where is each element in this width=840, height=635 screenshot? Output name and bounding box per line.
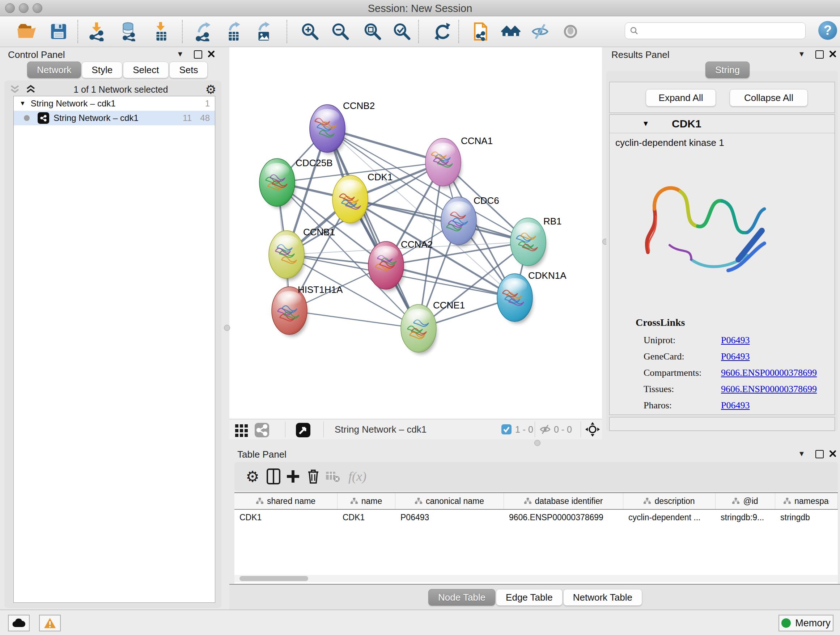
network-canvas[interactable]: CCNB2CCNA1CDC25BCDK1CDC6RB1CCNB1CCNA2CDK… <box>229 47 602 419</box>
column-header-canonical-name[interactable]: canonical name <box>395 493 504 509</box>
column-header--id[interactable]: @id <box>715 493 775 509</box>
tab-node-table[interactable]: Node Table <box>428 589 495 606</box>
network-node-cdk1[interactable]: CDK1 <box>332 172 393 225</box>
network-collection-row[interactable]: ▼ String Network – cdk1 1 <box>14 96 215 111</box>
left-splitter-handle[interactable] <box>224 325 230 331</box>
network-node-cdc25b[interactable]: CDC25B <box>259 157 333 209</box>
warning-status-button[interactable] <box>39 615 61 631</box>
bottom-splitter-handle[interactable] <box>534 440 540 446</box>
network-node-ccna2[interactable]: CCNA2 <box>368 239 433 291</box>
show-all-button[interactable] <box>560 21 581 42</box>
crosslink-link[interactable]: 9606.ENSP00000378699 <box>721 367 817 378</box>
delete-table-button[interactable] <box>324 467 342 486</box>
cloud-status-button[interactable] <box>8 615 30 631</box>
column-header-database-identifier[interactable]: database identifier <box>504 493 623 509</box>
crosslink-link[interactable]: 9606.ENSP00000378699 <box>721 384 817 394</box>
search-input[interactable] <box>639 25 796 36</box>
collapse-all-button[interactable]: Collapse All <box>729 89 808 106</box>
import-network-from-file-button[interactable] <box>87 21 108 42</box>
network-share-button[interactable] <box>253 421 271 440</box>
network-node-rb1[interactable]: RB1 <box>510 216 562 268</box>
network-edge[interactable] <box>289 310 418 328</box>
zoom-fit-button[interactable] <box>362 21 383 42</box>
expand-all-icon[interactable] <box>25 84 36 95</box>
expand-all-button[interactable]: Expand All <box>646 89 716 106</box>
control-panel-close-button[interactable] <box>207 50 215 58</box>
table-cell[interactable]: CDK1 <box>234 510 338 525</box>
open-session-button[interactable] <box>16 21 36 42</box>
network-node-hist1h1a[interactable]: HIST1H1A <box>272 284 343 337</box>
export-image-button[interactable] <box>253 21 274 42</box>
network-edge[interactable] <box>327 128 418 328</box>
selected-checkbox-icon[interactable] <box>501 424 512 435</box>
hide-selected-button[interactable] <box>530 21 551 42</box>
table-panel-close-button[interactable] <box>829 450 837 458</box>
tab-network-table[interactable]: Network Table <box>563 589 642 606</box>
table-cell[interactable]: CDK1 <box>338 510 395 525</box>
table-tabs: Node TableEdge TableNetwork Table <box>428 589 643 606</box>
show-columns-button[interactable] <box>264 467 283 486</box>
tab-select[interactable]: Select <box>123 62 169 78</box>
crosslink-link[interactable]: P06493 <box>721 351 750 362</box>
netbar-separator <box>581 421 581 437</box>
network-node-ccnb2[interactable]: CCNB2 <box>309 100 375 155</box>
network-node-ccne1[interactable]: CCNE1 <box>401 300 465 355</box>
results-panel-close-button[interactable] <box>829 50 837 58</box>
table-cell[interactable]: 9606.ENSP00000378699 <box>504 510 623 525</box>
export-table-button[interactable] <box>224 21 245 42</box>
gene-collapse-icon[interactable]: ▼ <box>642 119 649 128</box>
birdseye-view-button[interactable] <box>294 421 313 440</box>
gene-section-header[interactable]: ▼ CDK1 <box>609 115 835 133</box>
function-builder-button[interactable]: f(x) <box>343 467 372 486</box>
column-header-shared-name[interactable]: shared name <box>234 493 338 509</box>
network-node-ccna1[interactable]: CCNA1 <box>425 135 493 188</box>
table-cell[interactable]: stringdb:9... <box>715 510 775 525</box>
save-session-button[interactable] <box>48 21 69 42</box>
tab-network[interactable]: Network <box>27 62 81 78</box>
control-panel-undock-button[interactable] <box>194 50 202 59</box>
crosslink-link[interactable]: P06493 <box>721 400 750 411</box>
zoom-in-button[interactable] <box>300 21 321 42</box>
column-header-name[interactable]: name <box>338 493 395 509</box>
tab-style[interactable]: Style <box>82 62 122 78</box>
import-table-from-file-button[interactable] <box>150 21 172 42</box>
thumbnail-grid-button[interactable] <box>232 421 251 440</box>
tab-sets[interactable]: Sets <box>169 62 208 78</box>
network-options-gear-icon[interactable]: ⚙ <box>205 82 216 97</box>
table-settings-gear-button[interactable]: ⚙ <box>243 467 262 486</box>
network-graph[interactable]: CCNB2CCNA1CDC25BCDK1CDC6RB1CCNB1CCNA2CDK… <box>229 47 602 419</box>
network-node-cdkn1a[interactable]: CDKN1A <box>497 270 567 324</box>
create-column-button[interactable] <box>284 467 302 486</box>
collapse-all-icon[interactable] <box>9 84 20 95</box>
string-protein-query-button[interactable] <box>470 21 491 42</box>
results-panel-undock-button[interactable] <box>815 50 824 59</box>
refresh-layout-button[interactable] <box>432 21 453 42</box>
memory-button[interactable]: Memory <box>778 615 834 631</box>
collection-expand-icon[interactable]: ▼ <box>19 100 26 107</box>
import-network-from-database-button[interactable] <box>118 21 140 42</box>
table-panel-undock-button[interactable] <box>815 450 824 458</box>
table-panel-float-button[interactable]: ▼ <box>798 450 805 458</box>
export-network-button[interactable] <box>194 21 215 42</box>
table-cell[interactable]: cyclin-dependent ... <box>623 510 715 525</box>
tab-edge-table[interactable]: Edge Table <box>496 589 562 606</box>
table-row[interactable]: CDK1CDK1P064939606.ENSP00000378699cyclin… <box>234 510 838 525</box>
help-button[interactable]: ? <box>818 21 837 40</box>
crosslink-link[interactable]: P06493 <box>721 335 750 346</box>
column-header-namespace[interactable]: namespace <box>775 493 838 509</box>
string-home-button[interactable] <box>500 21 521 42</box>
tab-string[interactable]: String <box>706 62 750 78</box>
network-row[interactable]: String Network – cdk1 11 48 <box>14 111 215 125</box>
scrollbar-thumb[interactable] <box>240 576 308 581</box>
zoom-selected-button[interactable] <box>392 21 412 42</box>
delete-column-button[interactable] <box>304 467 323 486</box>
control-panel-float-button[interactable]: ▼ <box>177 50 184 58</box>
network-node-ccnb1[interactable]: CCNB1 <box>269 226 335 280</box>
zoom-out-button[interactable] <box>330 21 351 42</box>
table-horizontal-scrollbar[interactable] <box>234 575 838 582</box>
table-cell[interactable]: P06493 <box>395 510 504 525</box>
column-header-description[interactable]: description <box>623 493 715 509</box>
table-cell[interactable]: stringdb <box>775 510 838 525</box>
results-panel-float-button[interactable]: ▼ <box>798 50 805 58</box>
manual-layout-crosshair-button[interactable] <box>585 422 600 437</box>
